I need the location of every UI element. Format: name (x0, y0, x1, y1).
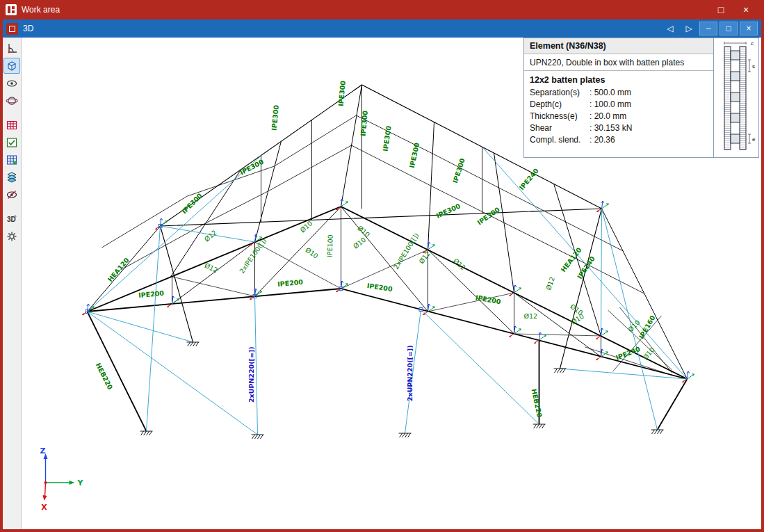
tool-visibility-button[interactable] (3, 186, 20, 202)
tool-results-grid-button[interactable] (3, 152, 20, 168)
nav-prev-button[interactable]: ◁ (662, 22, 678, 35)
view-title: 3D (23, 24, 33, 33)
render-view-eye-icon (6, 77, 18, 90)
info-panel-title: Element (N36/N38) (524, 38, 713, 54)
member-label: IPE100 (326, 234, 334, 257)
left-toolbar: 3D (3, 38, 22, 529)
member-label: IPE300 (435, 202, 462, 220)
member-label: 2xUPN220([=]) (406, 345, 414, 401)
member-label: IPE300 (180, 191, 204, 215)
member-label: Ø12 (417, 250, 432, 265)
info-row-value: : 30.153 kN (590, 122, 632, 134)
info-row: Depth(c): 100.0 mm (530, 99, 708, 111)
member-label: Ø10 (304, 246, 319, 260)
info-row-value: : 500.0 mm (590, 87, 631, 99)
layers-icon (6, 171, 18, 184)
member-label: Ø10 (352, 236, 367, 250)
tool-orbit-button[interactable] (3, 92, 20, 108)
view-titlebar: 3D ◁ ▷ – □ × (3, 19, 761, 38)
dim-e-label: e (752, 136, 756, 143)
info-section-title: 12x2 batten plates (530, 75, 708, 85)
tool-sections-table-button[interactable] (3, 117, 20, 133)
member-label: IPE300 (476, 205, 501, 226)
member-label: IPE300 (270, 104, 280, 131)
member-label: IPE300 (451, 157, 466, 184)
view-3d-icon: 3D (6, 213, 18, 225)
member-label: Ø12 (203, 229, 218, 243)
tool-render-view-button[interactable] (3, 75, 20, 91)
info-row-label: Compl. slend. (530, 134, 590, 146)
view-window-icon (6, 23, 18, 35)
member-label: HEB220 (530, 388, 544, 418)
info-row-value: : 100.0 mm (590, 99, 631, 111)
batten-plates (731, 51, 740, 143)
world-axes-triad: Z Y X (40, 446, 84, 512)
member-label: IPE300 (337, 80, 347, 106)
member-label: Ø10 (356, 224, 371, 239)
app-window: Work area □ × 3D ◁ ▷ – □ × (0, 0, 764, 532)
member-label: Ø10 (298, 219, 314, 234)
member-label: 2xIPE100([]) (392, 232, 421, 271)
member-label: IPE200 (138, 289, 165, 299)
tool-checks-button[interactable] (3, 134, 20, 150)
info-row: Thickness(e): 20.0 mm (530, 111, 708, 122)
member-label: Ø12 (204, 261, 219, 274)
info-row: Separation(s): 500.0 mm (530, 87, 708, 99)
tool-settings-button[interactable] (3, 228, 20, 244)
view-restore-button[interactable]: □ (720, 22, 738, 35)
axis-y-label: Y (77, 478, 84, 487)
member-label: Ø12 (452, 257, 467, 271)
view-close-button[interactable]: × (740, 22, 758, 35)
info-row: Shear: 30.153 kN (530, 122, 708, 134)
info-row-label: Separation(s) (530, 87, 590, 99)
info-row-label: Shear (530, 122, 590, 134)
checks-icon (6, 136, 18, 149)
dim-s-label: s (752, 63, 755, 70)
member-label: Ø10 (626, 319, 642, 334)
app-logo-icon (6, 4, 17, 15)
svg-text:3D: 3D (7, 216, 16, 223)
info-row-value: : 20.0 mm (590, 111, 626, 122)
window-title: Work area (22, 5, 60, 15)
results-grid-icon (6, 154, 18, 166)
supports (140, 342, 664, 439)
info-row-value: : 20.36 (590, 134, 615, 146)
member-label: IPE300 (359, 110, 369, 136)
node-markers (86, 225, 423, 314)
member-label: Ø12 (544, 276, 556, 291)
work-area-canvas: HEA120HEB220IPE200Ø12Ø122xIPE100([])IPE2… (22, 38, 761, 529)
info-row-label: Thickness(e) (530, 111, 590, 122)
settings-gear-icon (6, 230, 18, 243)
nav-next-button[interactable]: ▷ (681, 22, 697, 35)
tool-layers-button[interactable] (3, 169, 20, 185)
dim-c-label: c (751, 40, 754, 47)
member-label: Ø12 (524, 312, 538, 320)
visibility-eye-icon (6, 188, 18, 201)
coordinate-axes-icon (6, 42, 18, 55)
member-label: HEA120 (106, 256, 131, 283)
sections-table-icon (6, 119, 18, 131)
axis-x-label: X (41, 503, 47, 512)
info-panel-subtitle: UPN220, Double in box with batten plates (524, 54, 713, 71)
member-label: Ø10 (642, 346, 656, 361)
orbit-icon (6, 95, 18, 107)
member-label: 2xUPN220([=]) (247, 346, 255, 403)
tool-view-cube-button[interactable] (3, 58, 20, 74)
member-label: IPE240 (518, 167, 540, 192)
member-label: IPE240 (615, 345, 642, 362)
member-label: IPE300 (408, 142, 421, 169)
tool-view-3d-button[interactable]: 3D (3, 211, 20, 227)
member-label: IPE200 (475, 293, 502, 305)
member-label: HEB220 (95, 362, 115, 391)
maximize-button[interactable]: □ (708, 1, 733, 18)
view-minimize-button[interactable]: – (699, 22, 717, 35)
element-info-panel: Element (N36/N38) UPN220, Double in box … (523, 38, 759, 158)
main-titlebar: Work area □ × (0, 0, 764, 19)
close-button[interactable]: × (733, 1, 758, 18)
member-label: IPE200 (366, 282, 393, 293)
info-row-label: Depth(c) (530, 99, 590, 111)
view-cube-icon (6, 60, 18, 72)
member-label: IPE200 (277, 278, 304, 288)
tool-coordinate-axes-button[interactable] (3, 40, 20, 56)
batten-plates-diagram: c s e (714, 38, 758, 157)
